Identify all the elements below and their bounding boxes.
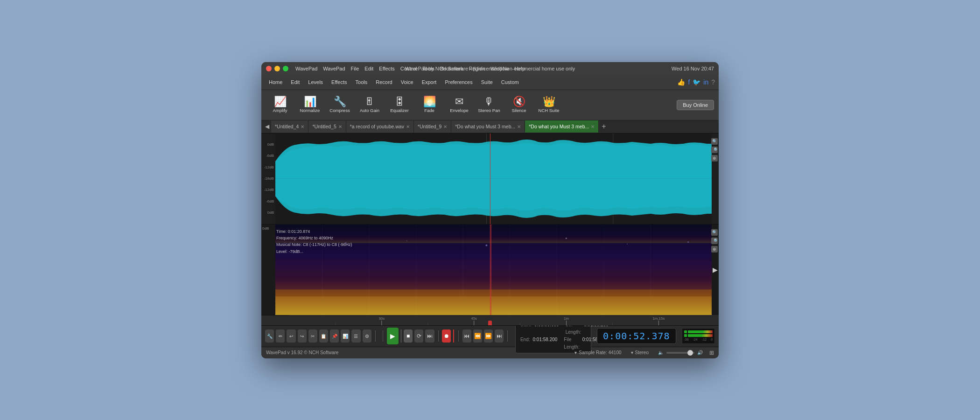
tab-add-button[interactable]: + [599, 122, 609, 131]
spec-zoom-fit[interactable]: ⊕ [711, 246, 718, 252]
timeline-svg: 30s 45s 1m 1m,15s [289, 315, 719, 325]
tab-youtube[interactable]: *a record of youtube.wav ✕ [346, 120, 414, 133]
compress-button[interactable]: 🔧 Compress [326, 92, 354, 118]
fast-forward-button[interactable]: ⏩ [484, 329, 493, 343]
nav-custom[interactable]: Custom [497, 78, 523, 86]
play-button[interactable]: ▶ [387, 328, 399, 344]
spec-time: Time: 0:01:20.874 [276, 228, 352, 235]
play-dropdown[interactable] [401, 329, 401, 343]
fast-backward-button[interactable]: ⏪ [473, 329, 482, 343]
waveform-area[interactable]: 0dB -6dB -12dB -18dB -12dB -6dB 0dB [261, 133, 719, 224]
zoom-in-button[interactable]: 🔍 [711, 138, 718, 145]
menu-effects[interactable]: Effects [379, 66, 394, 71]
svg-text:45s: 45s [471, 316, 477, 321]
spec-zoom-in[interactable]: 🔍 [711, 229, 718, 236]
tab-close-2[interactable]: ✕ [406, 124, 410, 129]
stop-button[interactable]: ■ [404, 329, 413, 343]
tab-close-1[interactable]: ✕ [338, 124, 342, 129]
skip-end-button[interactable]: ⏭ [425, 329, 434, 343]
transport-row: 🔧 ✏ ↩ ↪ ✂ 📋 📌 📊 ☰ ⚙ ▶ ■ ⟳ ⏭ ⏺ ⏮ ⏪ ⏩ ⏭ [261, 326, 719, 347]
silence-button[interactable]: 🔇 Silence [505, 92, 533, 118]
maximize-button[interactable] [283, 66, 288, 71]
channels-value: Stereo [635, 350, 649, 355]
tab-untitled4[interactable]: *Untitled_4 ✕ [271, 120, 308, 133]
waveform-playhead [490, 133, 490, 224]
skip-end2-button[interactable]: ⏭ [495, 329, 504, 343]
nav-export[interactable]: Export [418, 78, 441, 86]
fade-button[interactable]: 🌅 Fade [415, 92, 443, 118]
nav-edit[interactable]: Edit [287, 78, 303, 86]
stereo-pan-button[interactable]: 🎙 Stereo Pan [475, 92, 503, 118]
dropdown-arrow-stereo: ▾ [631, 350, 633, 355]
spec-level: Level: -79dB... [276, 248, 352, 255]
envelope-button[interactable]: ✉ Envelope [445, 92, 473, 118]
wavepad-tool-3[interactable]: ↩ [287, 329, 295, 343]
nch-suite-button[interactable]: 👑 NCH Suite [535, 92, 563, 118]
compress-icon: 🔧 [334, 97, 346, 107]
close-button[interactable] [266, 66, 272, 71]
menu-file[interactable]: File [351, 66, 359, 71]
nav-tools[interactable]: Tools [352, 78, 371, 86]
mute-icon[interactable]: 🔈 [658, 350, 664, 355]
tab-untitled9[interactable]: *Untitled_9 ✕ [414, 120, 451, 133]
tab-close-0[interactable]: ✕ [301, 124, 304, 129]
tab-must3a[interactable]: *Do what you Must 3 meb... ✕ [451, 120, 525, 133]
spec-db-label: 0dB [262, 226, 269, 231]
volume-slider[interactable] [666, 352, 694, 354]
skip-start-button[interactable]: ⏮ [462, 329, 471, 343]
auto-gain-button[interactable]: 🎚 Auto Gain [356, 92, 384, 118]
menu-edit[interactable]: Edit [364, 66, 373, 71]
spec-playhead [490, 224, 490, 315]
volume-control[interactable]: 🔈 🔊 ⊞ [658, 350, 714, 356]
tab-must3b[interactable]: *Do what you Must 3 meb... ✕ [525, 120, 599, 133]
file-length-label: File Length: [564, 336, 579, 351]
wavepad-tool-1[interactable]: 🔧 [265, 329, 274, 343]
normalize-button[interactable]: 📊 Normalize [296, 92, 324, 118]
compress-label: Compress [329, 108, 350, 113]
waveform-svg [275, 133, 712, 224]
amplify-button[interactable]: 📈 Amplify [266, 92, 294, 118]
nav-effects[interactable]: Effects [328, 78, 350, 86]
spec-zoom-out[interactable]: 🔎 [711, 238, 718, 244]
wavepad-tool-10[interactable]: ⚙ [363, 329, 371, 343]
minimize-button[interactable] [274, 66, 280, 71]
grid-icon[interactable]: ⊞ [709, 350, 714, 356]
loop-button[interactable]: ⟳ [414, 329, 423, 343]
buy-online-button[interactable]: Buy Online [677, 100, 714, 110]
wavepad-tool-8[interactable]: 📊 [341, 329, 350, 343]
nav-preferences[interactable]: Preferences [441, 78, 476, 86]
menu-apple[interactable]: WavePad [295, 66, 317, 71]
tab-close-5[interactable]: ✕ [591, 124, 595, 129]
wavepad-tool-7[interactable]: 📌 [330, 329, 339, 343]
menu-wavepad[interactable]: WavePad [323, 66, 345, 71]
tab-untitled5[interactable]: *Untitled_5 ✕ [308, 120, 346, 133]
nav-home[interactable]: Home [265, 78, 286, 86]
nav-levels[interactable]: Levels [304, 78, 327, 86]
nav-record[interactable]: Record [372, 78, 396, 86]
record-button[interactable]: ⏺ [442, 329, 451, 343]
nav-suite[interactable]: Suite [477, 78, 497, 86]
nav-voice[interactable]: Voice [397, 78, 417, 86]
wavepad-tool-2[interactable]: ✏ [276, 329, 285, 343]
wavepad-tool-5[interactable]: ✂ [308, 329, 317, 343]
wavepad-tool-6[interactable]: 📋 [319, 329, 328, 343]
zoom-out-button[interactable]: 🔎 [711, 147, 718, 153]
svg-point-19 [406, 240, 407, 241]
help-circle[interactable]: ? [711, 78, 715, 86]
zoom-fit-button[interactable]: ⊕ [711, 155, 718, 161]
status-channels[interactable]: ▾ Stereo [631, 350, 649, 355]
tab-scroll-left[interactable]: ◀ [263, 123, 271, 130]
db-label-18db: -18dB [261, 176, 275, 181]
equalizer-button[interactable]: 🎛 Equalizer [385, 92, 413, 118]
spec-scroll-right[interactable]: ▶ [713, 266, 718, 273]
transport-sep-2 [383, 330, 383, 342]
status-sample-rate[interactable]: ▾ Sample Rate: 44100 [574, 350, 621, 355]
wavepad-tool-4[interactable]: ↪ [298, 329, 307, 343]
tab-close-4[interactable]: ✕ [517, 124, 521, 129]
spectrogram-area[interactable]: 0dB Time: 0:01:20.874 Frequency: 4069Hz … [261, 224, 719, 315]
tab-close-3[interactable]: ✕ [443, 124, 447, 129]
rec-dropdown[interactable] [453, 329, 454, 343]
wavepad-tool-9[interactable]: ☰ [351, 329, 360, 343]
db-label-24db: -12dB [261, 188, 275, 192]
social-thumbsup: 👍 [677, 78, 685, 86]
